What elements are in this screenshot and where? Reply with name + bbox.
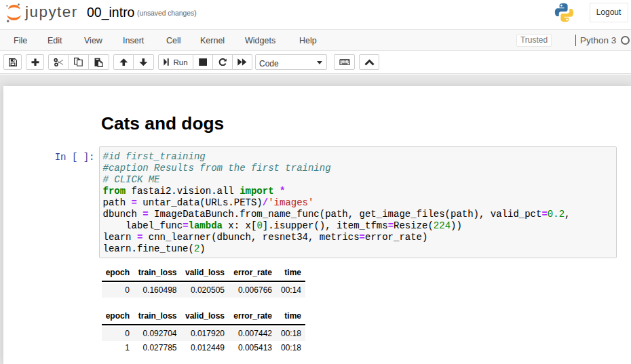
svg-text:jupyter: jupyter — [24, 3, 78, 20]
